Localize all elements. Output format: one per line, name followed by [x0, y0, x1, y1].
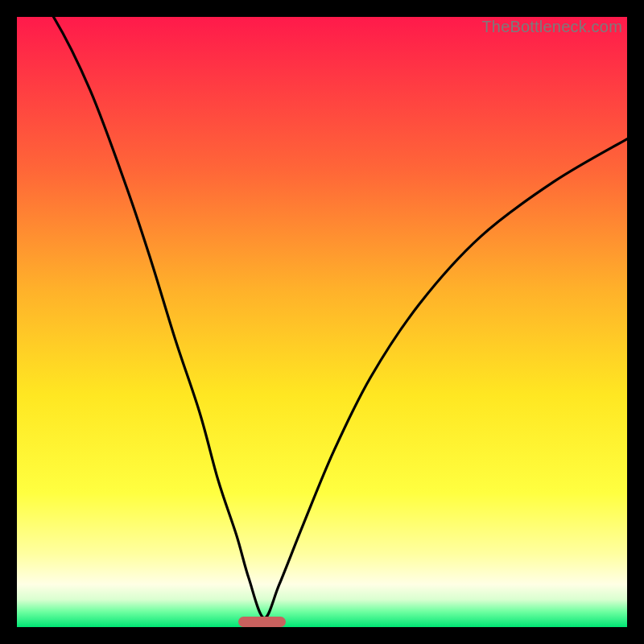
- plot-frame: TheBottleneck.com: [17, 17, 627, 627]
- optimal-range-marker: [238, 617, 286, 627]
- bottleneck-curve: [17, 17, 627, 627]
- watermark-text: TheBottleneck.com: [481, 17, 622, 36]
